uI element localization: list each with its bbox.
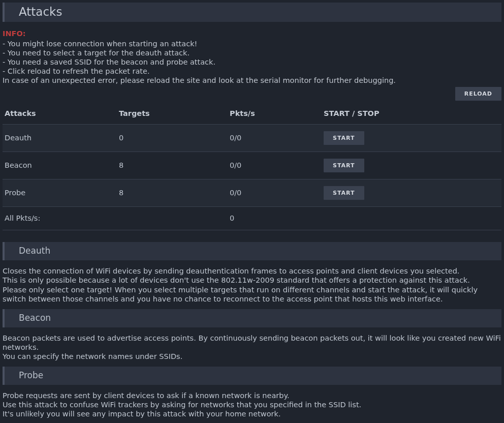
section-header-deauth: Deauth [3, 242, 501, 260]
col-header-pkts: Pkts/s [228, 105, 322, 124]
section-body-deauth: Closes the connection of WiFi devices by… [0, 260, 504, 307]
all-pkts-label: All Pkts/s: [3, 206, 117, 230]
section-header-beacon: Beacon [3, 309, 501, 327]
info-line: - Click reload to refresh the packet rat… [3, 67, 501, 76]
table-row: Probe 8 0/0 START [3, 179, 501, 206]
start-button-probe[interactable]: START [324, 186, 364, 200]
info-line: In case of an unexpected error, please r… [3, 76, 501, 85]
attack-pkts: 0/0 [228, 179, 322, 206]
col-header-attacks: Attacks [3, 105, 117, 124]
section-title: Beacon [19, 311, 501, 325]
info-label: INFO: [3, 29, 26, 38]
info-line: - You might lose connection when startin… [3, 39, 501, 48]
col-header-action: START / STOP [322, 105, 501, 124]
section-body-beacon: Beacon packets are used to advertise acc… [0, 327, 504, 364]
attack-targets: 8 [117, 152, 228, 179]
attack-name: Deauth [3, 124, 117, 152]
section-header-probe: Probe [3, 367, 501, 385]
page-title: Attacks [19, 4, 501, 20]
attack-name: Probe [3, 179, 117, 206]
info-line: - You need to select a target for the de… [3, 48, 501, 57]
info-line: - You need a saved SSID for the beacon a… [3, 57, 501, 67]
reload-button[interactable]: RELOAD [455, 87, 501, 101]
table-row: Beacon 8 0/0 START [3, 152, 501, 179]
section-title: Probe [19, 368, 501, 383]
col-header-targets: Targets [117, 105, 228, 124]
attack-targets: 0 [117, 124, 228, 152]
attack-name: Beacon [3, 152, 117, 179]
section-title: Deauth [19, 244, 501, 258]
attacks-table: Attacks Targets Pkts/s START / STOP Deau… [3, 105, 501, 230]
table-row: Deauth 0 0/0 START [3, 124, 501, 152]
attack-targets: 8 [117, 179, 228, 206]
table-row-footer: All Pkts/s: 0 [3, 206, 501, 230]
start-button-beacon[interactable]: START [324, 159, 364, 172]
info-block: INFO: - You might lose connection when s… [0, 22, 504, 87]
section-body-probe: Probe requests are sent by client device… [0, 385, 504, 421]
all-pkts-value: 0 [228, 206, 322, 230]
page-header: Attacks [3, 3, 501, 22]
attack-pkts: 0/0 [228, 124, 322, 152]
attack-pkts: 0/0 [228, 152, 322, 179]
start-button-deauth[interactable]: START [324, 131, 364, 145]
